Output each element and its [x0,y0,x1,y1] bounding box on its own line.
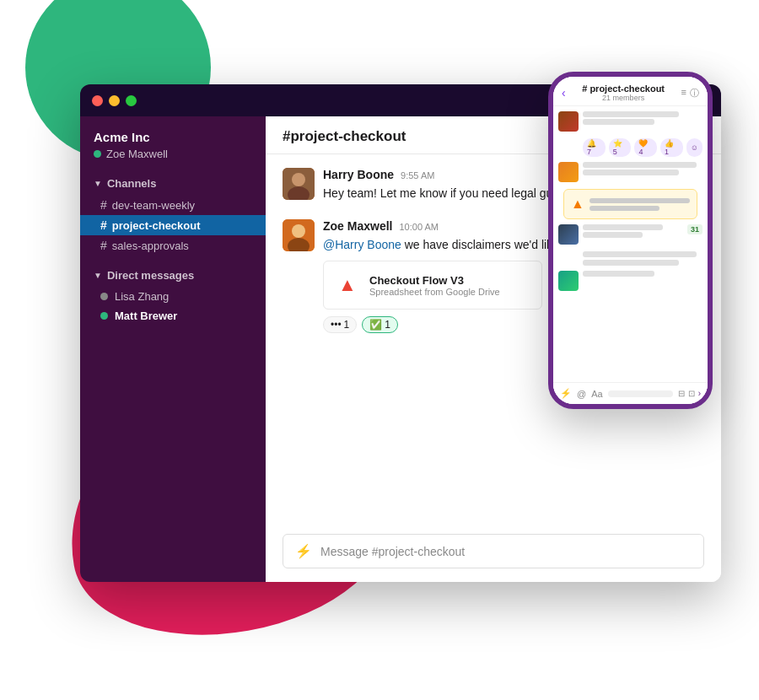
reaction-chip[interactable]: ✅ 1 [362,316,398,333]
phone-avatar [558,111,579,132]
search-icon[interactable]: ≡ [681,87,686,100]
reaction-emoji: ••• [331,319,342,331]
reaction-count: 1 [344,319,350,331]
image-button[interactable]: ⊡ [688,389,695,398]
phone-text-lines [583,111,702,125]
attachment[interactable]: ▲ Checkout Flow V3 Spreadsheet from Goog… [323,261,542,310]
at-icon[interactable]: @ [577,389,586,399]
phone-text-line [583,260,679,266]
attachment-type: Spreadsheet from Google Drive [369,287,500,297]
channel-title: #project-checkout [283,128,406,144]
sidebar-item-dev-team-weekly[interactable]: # dev-team-weekly [80,195,266,215]
dm-chevron-icon: ▼ [94,271,102,280]
phone-text-line [583,162,697,168]
workspace-name: Acme Inc [80,130,266,148]
sender-name: Zoe Maxwell [323,219,392,233]
sidebar-item-project-checkout[interactable]: # project-checkout [80,215,266,235]
phone-reaction[interactable]: 👍 1 [660,138,683,157]
phone-reaction[interactable]: 🧡 4 [634,138,657,157]
sidebar-item-sales-approvals[interactable]: # sales-approvals [80,235,266,256]
phone-text-line [583,251,697,257]
phone-text-line [583,224,663,230]
phone-mockup: ‹ # project-checkout 21 members ≡ ⓘ [548,72,713,409]
attach-lines [589,198,690,211]
reaction-chip[interactable]: ••• 1 [323,316,357,333]
phone-reaction[interactable]: 🔔 7 [583,138,606,157]
lightning-icon: ⚡ [295,543,312,559]
gdrive-icon: ▲ [334,270,361,300]
svg-point-1 [292,173,305,186]
phone-channel-name: # project-checkout [582,83,665,94]
dm-item-matt-brewer[interactable]: Matt Brewer [80,306,266,326]
message-input-box[interactable]: ⚡ Message #project-checkout [283,534,704,568]
phone-channel-info: # project-checkout 21 members [582,83,665,102]
reaction-count: 1 [385,319,390,331]
close-button[interactable] [92,95,103,106]
mention: @Harry Boone [323,238,401,251]
phone-text-line [583,271,654,277]
phone-text-line [583,119,654,125]
phone-members-count: 21 members [582,94,665,102]
phone-avatar [558,271,579,291]
sidebar: Acme Inc Zoe Maxwell ▼ Channels # dev-te… [80,116,266,582]
offline-indicator [100,293,108,300]
user-status: Zoe Maxwell [80,148,266,172]
phone-message-row [558,271,702,291]
svg-point-4 [292,224,305,238]
attachment-info: Checkout Flow V3 Spreadsheet from Google… [369,274,500,297]
channels-chevron-icon: ▼ [94,179,102,188]
online-indicator [100,312,108,320]
calendar-badge: 31 [687,224,702,234]
online-indicator [94,150,101,158]
phone-text-line [583,111,679,117]
lightning-icon[interactable]: ⚡ [560,388,572,399]
user-name: Zoe Maxwell [106,148,168,160]
message-input-placeholder[interactable]: Message #project-checkout [320,545,692,558]
message-timestamp: 10:00 AM [399,222,438,232]
reaction-emoji: ✅ [369,319,382,331]
sender-name: Harry Boone [323,168,394,181]
phone-header: ‹ # project-checkout 21 members ≡ ⓘ [553,77,708,106]
phone-messages: 🔔 7 ⭐ 5 🧡 4 👍 1 ☺ ▲ [553,106,708,382]
phone-text-line [583,232,643,238]
attach-button[interactable]: ⊟ [678,389,685,398]
phone-message-row: 31 [558,224,702,245]
phone-screen: ‹ # project-checkout 21 members ≡ ⓘ [553,77,708,404]
attach-icon: ▲ [571,197,584,212]
phone-input-bar[interactable] [608,390,673,397]
avatar-harry [283,168,315,200]
attach-line [589,206,659,211]
avatar-image [283,168,315,200]
phone-reaction[interactable]: ☺ [686,138,702,157]
phone-avatar [558,162,579,182]
attachment-name: Checkout Flow V3 [369,274,500,287]
phone-text-lines [583,224,683,238]
maximize-button[interactable] [126,95,137,106]
phone-footer: ⚡ @ Aa ⊟ ⊡ › [553,382,708,404]
attach-line [589,198,690,203]
minimize-button[interactable] [109,95,120,106]
hash-icon: # [100,198,107,212]
phone-attachment[interactable]: ▲ [563,189,697,219]
text-lines-group [583,251,702,266]
channels-section-header[interactable]: ▼ Channels [80,172,266,195]
text-format-icon[interactable]: Aa [591,389,602,399]
phone-text-lines [583,271,702,277]
dm-item-lisa-zhang[interactable]: Lisa Zhang [80,287,266,306]
phone-header-icons: ≡ ⓘ [681,87,699,100]
phone-reactions: 🔔 7 ⭐ 5 🧡 4 👍 1 ☺ [583,138,702,157]
phone-footer-buttons: ⊟ ⊡ › [678,389,701,398]
hash-icon: # [100,218,107,232]
message-timestamp: 9:55 AM [401,170,434,180]
dm-section-header[interactable]: ▼ Direct messages [80,264,266,287]
send-button[interactable]: › [698,389,701,398]
phone-reaction[interactable]: ⭐ 5 [609,138,632,157]
info-icon[interactable]: ⓘ [690,87,699,100]
back-icon[interactable]: ‹ [562,86,566,100]
phone-message-row [558,162,702,182]
message-input-area: ⚡ Message #project-checkout [266,525,721,582]
avatar-zoe [283,219,315,251]
phone-avatar [558,224,579,245]
avatar-image [283,219,315,251]
phone-text-lines [583,162,702,175]
